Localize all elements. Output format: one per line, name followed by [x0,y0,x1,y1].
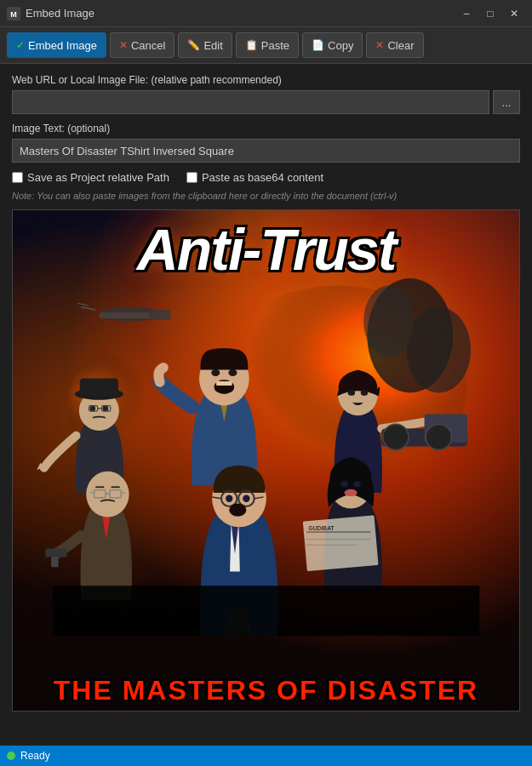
image-preview: Anti-Trust [12,209,520,712]
svg-line-10 [81,307,95,310]
statusbar: Ready [0,746,532,766]
svg-point-62 [344,489,357,496]
minimize-button[interactable]: – [455,3,478,25]
svg-line-54 [243,488,253,489]
svg-rect-63 [303,515,379,571]
comic-svg: GUDIBAT [13,278,519,636]
url-label: Web URL or Local Image File: (relative p… [12,74,520,86]
svg-point-24 [228,369,237,376]
save-relative-label: Save as Project relative Path [27,171,169,184]
window-controls: – □ ✕ [455,3,525,25]
image-text-label: Image Text: (optional) [12,123,520,134]
edit-button[interactable]: ✏️ Edit [178,32,232,58]
embed-image-label: Embed Image [28,39,97,52]
embed-image-button[interactable]: ✓ Embed Image [7,32,106,58]
copy-button[interactable]: 📄 Copy [302,32,363,58]
paste-button[interactable]: 📋 Paste [236,32,299,58]
save-relative-checkbox[interactable] [12,172,23,183]
edit-label: Edit [203,39,222,52]
checkbox-row: Save as Project relative Path Paste as b… [12,171,520,184]
note-text: Note: You can also paste images from the… [12,191,520,201]
content-area: Web URL or Local Image File: (relative p… [0,64,532,722]
image-text-row [12,139,520,163]
paste-base64-checkbox[interactable] [186,172,197,183]
svg-text:GUDIBAT: GUDIBAT [308,525,335,531]
maximize-button[interactable]: □ [479,3,501,25]
svg-rect-22 [216,381,232,386]
svg-point-16 [103,406,109,412]
image-canvas: Anti-Trust [13,210,519,711]
save-relative-checkbox-label[interactable]: Save as Project relative Path [12,171,169,184]
svg-rect-14 [80,379,118,397]
copy-icon: 📄 [312,39,324,51]
window-title: Embed Image [26,7,455,20]
clear-label: Clear [387,39,414,52]
clear-icon: ✕ [375,39,384,51]
svg-rect-42 [45,549,66,557]
copy-label: Copy [328,39,353,52]
status-text: Ready [20,750,50,762]
status-indicator [7,752,15,760]
svg-point-32 [383,424,409,449]
svg-rect-43 [51,557,58,568]
check-icon: ✓ [16,39,25,51]
svg-rect-9 [149,310,170,320]
characters-area: GUDIBAT [13,278,519,636]
svg-point-51 [243,495,249,502]
svg-point-6 [363,285,414,357]
paste-base64-label: Paste as base64 content [202,171,323,184]
svg-line-53 [221,488,231,489]
paste-label: Paste [261,39,289,52]
toolbar: ✓ Embed Image ✕ Cancel ✏️ Edit 📋 Paste 📄… [0,27,532,64]
svg-point-29 [361,390,368,396]
svg-point-33 [426,424,451,449]
anti-trust-title: Anti-Trust [13,220,519,278]
svg-rect-68 [53,586,479,636]
paste-base64-checkbox-label[interactable]: Paste as base64 content [186,171,323,184]
title-bar: M Embed Image – □ ✕ [0,0,532,27]
svg-point-52 [229,504,246,517]
svg-point-60 [340,482,347,488]
url-input[interactable] [12,90,489,114]
browse-button[interactable]: ... [493,90,520,114]
svg-line-11 [77,303,89,306]
image-text-input[interactable] [12,139,520,163]
svg-point-15 [89,406,95,412]
svg-point-50 [226,495,232,502]
close-button[interactable]: ✕ [503,3,525,25]
svg-point-23 [211,369,220,376]
svg-point-28 [348,390,355,396]
cancel-label: Cancel [131,39,165,52]
url-input-row: ... [12,90,520,114]
x-icon: ✕ [119,39,128,51]
edit-icon: ✏️ [187,39,200,51]
svg-text:M: M [10,10,17,19]
paste-icon: 📋 [245,39,258,51]
cancel-button[interactable]: ✕ Cancel [110,32,174,58]
svg-point-61 [353,482,360,488]
clear-button[interactable]: ✕ Clear [366,32,423,58]
app-icon: M [7,7,20,20]
svg-point-5 [407,307,472,393]
bottom-title: THE MASTERS OF DISASTER [13,677,519,704]
